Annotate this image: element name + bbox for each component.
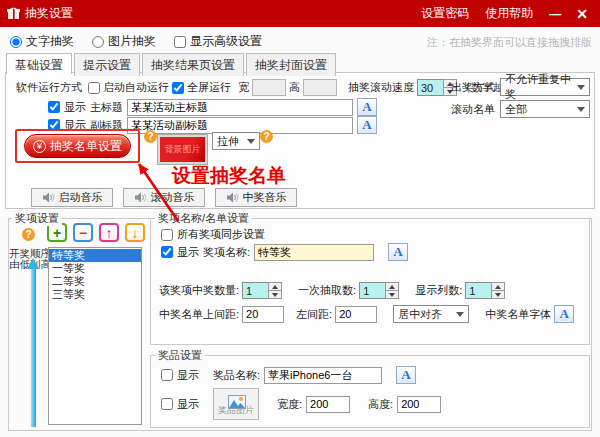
tab-result-page-settings[interactable]: 抽奖结果页设置: [142, 53, 244, 76]
help-icon[interactable]: ?: [22, 228, 35, 241]
scroll-list-select[interactable]: 全部: [500, 100, 590, 118]
height-label: 高: [289, 80, 300, 95]
prize-name-settings-group: 所有奖项同步设置 显示 奖项名称: A 该奖项中奖数量: 1 一次抽取数: 1 …: [150, 218, 590, 345]
prize-mode-select[interactable]: 不允许重复中奖: [500, 78, 590, 96]
tab-cover-settings[interactable]: 抽奖封面设置: [246, 53, 336, 76]
annotation-text: 设置抽奖名单: [172, 163, 286, 189]
startup-music-label: 启动音乐: [59, 190, 103, 205]
spin-down-button[interactable]: [268, 291, 282, 299]
minimize-button[interactable]: —: [549, 7, 560, 21]
item-name-input[interactable]: [264, 367, 382, 384]
main-title-label: 主标题: [90, 100, 123, 115]
fullscreen-checkbox[interactable]: 全屏运行: [172, 80, 231, 95]
list-item[interactable]: 三等奖: [49, 288, 141, 301]
tab-basic-settings[interactable]: 基础设置: [6, 53, 72, 74]
main-title-input[interactable]: [127, 99, 353, 116]
speaker-icon: [134, 192, 147, 203]
spin-up-button[interactable]: [268, 282, 282, 291]
list-item[interactable]: 二等奖: [49, 275, 141, 288]
per-draw-spinner[interactable]: 1: [359, 282, 399, 299]
fullscreen-label: 全屏运行: [187, 80, 231, 95]
item-image-button[interactable]: 奖品图片: [213, 388, 259, 420]
prize-list[interactable]: 特等奖 一等奖 二等奖 三等奖: [48, 247, 142, 425]
help-icon[interactable]: ?: [144, 130, 157, 143]
winner-list-font-button[interactable]: A: [554, 305, 574, 323]
advanced-settings-checkbox[interactable]: 显示高级设置: [174, 33, 262, 50]
align-value: 居中对齐: [398, 307, 442, 322]
autorun-checkbox[interactable]: 启动自动运行: [88, 80, 169, 95]
scroll-music-button[interactable]: 滚动音乐: [123, 188, 205, 207]
prize-name-input[interactable]: [254, 244, 374, 261]
background-image-label: 背景图片: [165, 143, 201, 156]
columns-label: 显示列数:: [415, 283, 462, 298]
winning-music-label: 中奖音乐: [243, 190, 287, 205]
item-height-input[interactable]: [397, 396, 441, 413]
spin-up-button[interactable]: [385, 282, 399, 291]
background-image-button[interactable]: 背景图片: [158, 135, 207, 164]
columns-value[interactable]: 1: [465, 282, 491, 299]
spin-down-button[interactable]: [385, 291, 399, 299]
list-item[interactable]: 一等奖: [49, 262, 141, 275]
speaker-icon: [42, 192, 55, 203]
radio-text-mode-input[interactable]: [10, 36, 22, 48]
prize-item-settings-group: 显示 奖品名称: A 显示 奖品图片 宽度: 高度:: [150, 355, 590, 428]
startup-music-button[interactable]: 启动音乐: [31, 188, 113, 207]
scroll-list-label: 滚动名单: [451, 102, 495, 117]
win-count-value[interactable]: 1: [242, 282, 268, 299]
chevron-down-icon: [456, 312, 464, 317]
prize-name-font-button[interactable]: A: [388, 243, 408, 261]
fullscreen-checkbox-input[interactable]: [172, 82, 184, 94]
top-margin-input[interactable]: [242, 306, 284, 323]
stretch-select[interactable]: 拉伸: [212, 132, 260, 150]
lottery-name-list-button[interactable]: ¥ 抽奖名单设置: [24, 134, 131, 158]
sync-all-checkbox[interactable]: [161, 229, 173, 241]
screen-width-input[interactable]: [252, 79, 286, 96]
left-margin-input[interactable]: [335, 306, 377, 323]
main-title-show-checkbox[interactable]: [48, 101, 60, 113]
chevron-down-icon: [577, 85, 585, 90]
radio-image-mode-input[interactable]: [92, 36, 104, 48]
sync-all-label: 所有奖项同步设置: [177, 227, 265, 242]
move-prize-up-button[interactable]: ↑: [99, 223, 119, 242]
move-prize-down-button[interactable]: ↓: [125, 223, 145, 242]
item-name-row: 显示 奖品名称: A: [161, 366, 416, 384]
per-draw-value[interactable]: 1: [359, 282, 385, 299]
sync-all-row: 所有奖项同步设置: [161, 227, 265, 242]
sub-title-input[interactable]: [127, 117, 353, 134]
speed-value[interactable]: 30: [417, 79, 443, 96]
help-icon[interactable]: ?: [260, 130, 273, 143]
radio-text-mode[interactable]: 文字抽奖: [10, 33, 74, 50]
advanced-settings-checkbox-input[interactable]: [174, 36, 186, 48]
remove-prize-button[interactable]: −: [73, 223, 93, 242]
item-image-show-checkbox[interactable]: [161, 398, 173, 410]
item-width-input[interactable]: [306, 396, 350, 413]
item-name-font-button[interactable]: A: [396, 366, 416, 384]
radio-text-mode-label: 文字抽奖: [26, 33, 74, 50]
tab-prompt-settings[interactable]: 提示设置: [74, 53, 140, 76]
prize-name-show-checkbox[interactable]: [161, 246, 173, 258]
prize-name-row: 显示 奖项名称: A: [161, 243, 408, 261]
arrow-up-icon: [27, 258, 39, 269]
speed-label: 抽奖滚动速度: [348, 80, 414, 95]
spin-down-button[interactable]: [491, 291, 505, 299]
list-item[interactable]: 特等奖: [49, 249, 141, 262]
columns-spinner[interactable]: 1: [465, 282, 505, 299]
settings-tabs: 基础设置 提示设置 抽奖结果页设置 抽奖封面设置: [6, 53, 338, 76]
titlebar: 抽奖设置 设置密码 使用帮助 — ✕: [0, 0, 600, 27]
sub-title-font-button[interactable]: A: [357, 116, 377, 134]
help-menu-button[interactable]: 使用帮助: [485, 5, 533, 22]
close-button[interactable]: ✕: [576, 6, 588, 22]
screen-height-input[interactable]: [303, 79, 337, 96]
spin-up-button[interactable]: [491, 282, 505, 291]
item-name-show-checkbox[interactable]: [161, 369, 173, 381]
advanced-settings-label: 显示高级设置: [190, 33, 262, 50]
scroll-list-value: 全部: [505, 102, 527, 117]
win-count-spinner[interactable]: 1: [242, 282, 282, 299]
main-title-font-button[interactable]: A: [357, 98, 377, 116]
align-select[interactable]: 居中对齐: [393, 305, 469, 323]
set-password-button[interactable]: 设置密码: [421, 5, 469, 22]
winning-music-button[interactable]: 中奖音乐: [215, 188, 297, 207]
autorun-checkbox-input[interactable]: [88, 82, 100, 94]
radio-image-mode[interactable]: 图片抽奖: [92, 33, 156, 50]
radio-image-mode-label: 图片抽奖: [108, 33, 156, 50]
